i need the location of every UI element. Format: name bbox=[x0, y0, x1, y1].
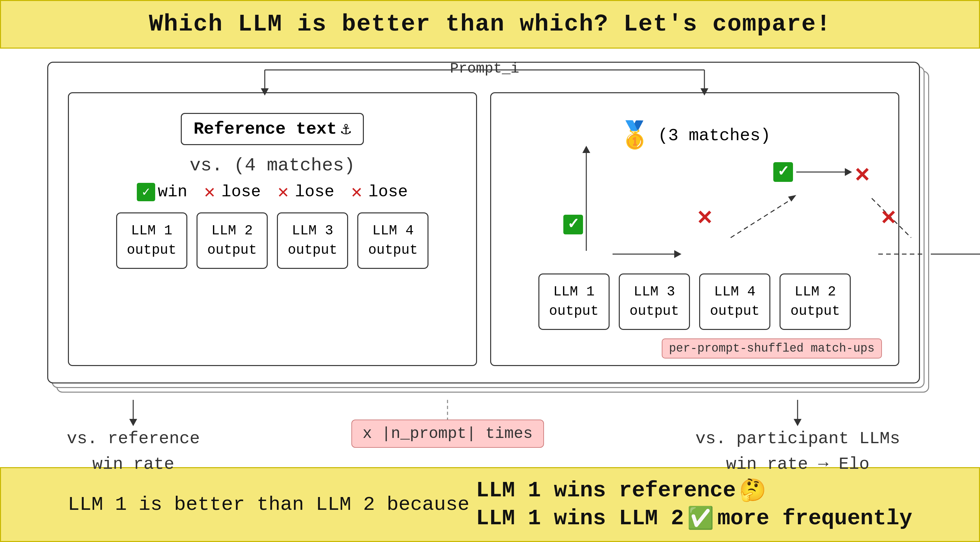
lose-label-2: lose bbox=[295, 183, 334, 201]
bottom-right-area: vs. participant LLMswin rate → Elo bbox=[695, 400, 900, 477]
right-llm-box-3: LLM 3output bbox=[619, 273, 690, 330]
left-llm-box-3: LLM 3output bbox=[277, 212, 348, 269]
win-label: win bbox=[158, 183, 187, 201]
bottom-area: vs. referencewin rate x |n_prompt| times bbox=[47, 400, 920, 477]
thinking-emoji: 🤔 bbox=[739, 477, 766, 504]
bb-line2: LLM 1 wins LLM 2 ✅ more frequently bbox=[476, 505, 912, 532]
bottom-right-text: vs. participant LLMswin rate → Elo bbox=[695, 426, 900, 477]
check-emoji: ✅ bbox=[687, 505, 714, 532]
bottom-banner: LLM 1 is better than LLM 2 because LLM 1… bbox=[0, 467, 980, 542]
svg-marker-27 bbox=[129, 419, 137, 426]
matches-label: (3 matches) bbox=[658, 126, 770, 145]
bb-line1-text: LLM 1 wins reference bbox=[476, 478, 736, 503]
card-stack: Prompt_i Reference text bbox=[47, 62, 933, 423]
bottom-center-area: x |n_prompt| times bbox=[352, 400, 544, 448]
left-llm-box-1: LLM 1output bbox=[116, 212, 187, 269]
medal-icon: 🥇 bbox=[619, 120, 651, 151]
card-main: Prompt_i Reference text bbox=[47, 62, 920, 383]
win-lose-row: ✓ win ✕ lose ✕ lose bbox=[137, 183, 408, 201]
card-body: Reference text ⚓ vs. (4 matches) ✓ win bbox=[61, 73, 906, 373]
reference-text-label: Reference text bbox=[194, 120, 337, 139]
left-llm-box-4: LLM 4output bbox=[357, 212, 428, 269]
bottom-left-area: vs. referencewin rate bbox=[67, 400, 200, 477]
right-panel: 🥇 (3 matches) ✓ bbox=[490, 92, 899, 366]
check-icon-1: ✓ bbox=[137, 183, 155, 201]
shuffled-label: per-prompt-shuffled match-ups bbox=[662, 338, 882, 359]
svg-text:✕: ✕ bbox=[854, 166, 870, 188]
x-icon-2: ✕ bbox=[274, 183, 292, 201]
svg-line-19 bbox=[872, 198, 911, 238]
right-llm-box-1: LLM 1output bbox=[538, 273, 609, 330]
right-llm-box-2: LLM 2output bbox=[780, 273, 851, 330]
lose-item-1: ✕ lose bbox=[200, 183, 261, 201]
svg-marker-6 bbox=[582, 146, 590, 153]
bb-line1: LLM 1 wins reference 🤔 bbox=[476, 477, 766, 504]
svg-text:✓: ✓ bbox=[567, 216, 579, 233]
right-llm-boxes: LLM 1output LLM 3output LLM 4output LLM … bbox=[538, 273, 851, 330]
bottom-banner-bold: LLM 1 wins reference 🤔 LLM 1 wins LLM 2 … bbox=[476, 477, 912, 532]
x-icon-1: ✕ bbox=[200, 183, 219, 201]
svg-rect-14 bbox=[773, 162, 793, 182]
n-prompt-label: x |n_prompt| times bbox=[352, 419, 544, 448]
svg-rect-7 bbox=[563, 215, 583, 234]
svg-marker-17 bbox=[845, 168, 852, 176]
anchor-emoji: ⚓ bbox=[341, 118, 351, 140]
svg-text:✕: ✕ bbox=[696, 208, 713, 230]
bottom-banner-prefix: LLM 1 is better than LLM 2 because bbox=[68, 493, 469, 516]
lose-label-1: lose bbox=[221, 183, 261, 201]
right-llm-box-4: LLM 4output bbox=[699, 273, 770, 330]
more-frequently-text: more frequently bbox=[717, 506, 912, 531]
left-llm-box-2: LLM 2output bbox=[197, 212, 268, 269]
diagram-area: Prompt_i Reference text bbox=[0, 49, 980, 467]
reference-text-box: Reference text ⚓ bbox=[181, 113, 364, 145]
left-llm-boxes: LLM 1output LLM 2output LLM 3output LLM … bbox=[116, 212, 429, 269]
lose-item-2: ✕ lose bbox=[274, 183, 334, 201]
x-icon-3: ✕ bbox=[347, 183, 366, 201]
lose-label-3: lose bbox=[368, 183, 408, 201]
top-banner: Which LLM is better than which? Let's co… bbox=[0, 0, 980, 49]
svg-line-12 bbox=[731, 198, 793, 238]
svg-marker-13 bbox=[788, 195, 796, 202]
vs-label: vs. (4 matches) bbox=[189, 155, 355, 176]
lose-item-3: ✕ lose bbox=[347, 183, 408, 201]
medal-row: 🥇 (3 matches) bbox=[619, 120, 770, 151]
main-container: Which LLM is better than which? Let's co… bbox=[0, 0, 980, 542]
win-item-1: ✓ win bbox=[137, 183, 187, 201]
svg-text:✕: ✕ bbox=[880, 208, 896, 230]
top-banner-text: Which LLM is better than which? Let's co… bbox=[149, 11, 831, 38]
right-down-arrow-svg bbox=[788, 400, 807, 426]
left-panel: Reference text ⚓ vs. (4 matches) ✓ win bbox=[68, 92, 477, 366]
bb-line2-text: LLM 1 wins LLM 2 bbox=[476, 506, 684, 531]
center-dotted-svg bbox=[447, 400, 448, 419]
svg-text:✓: ✓ bbox=[777, 164, 789, 180]
left-down-arrow-svg bbox=[123, 400, 143, 426]
bottom-left-text: vs. referencewin rate bbox=[67, 426, 200, 477]
svg-marker-30 bbox=[794, 419, 802, 426]
svg-marker-10 bbox=[674, 250, 681, 258]
